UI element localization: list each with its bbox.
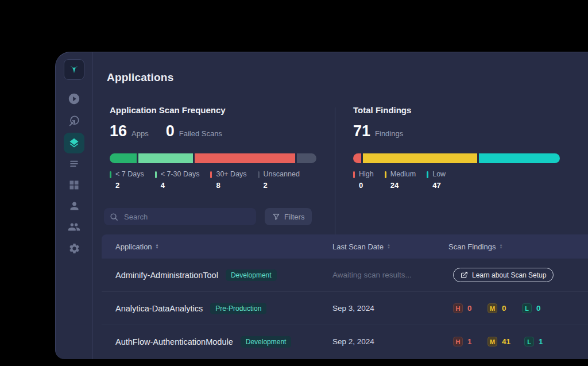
legend-tick — [385, 171, 386, 178]
high-count: 1 — [467, 337, 472, 346]
bar-segment-7to30 — [138, 153, 193, 163]
screen: Applications Application Scan Frequency … — [0, 0, 588, 366]
search-icon — [110, 213, 118, 221]
application-cell: AuthFlow-AuthenticationModule Developmen… — [102, 336, 332, 348]
sidebar-item-attack-path[interactable] — [67, 114, 81, 128]
funnel-icon — [272, 213, 280, 221]
last-scan-cell: Sep 2, 2024 — [332, 337, 448, 346]
environment-badge: Development — [226, 269, 277, 281]
play-circle-icon — [68, 93, 80, 105]
medium-severity-icon: M — [488, 303, 497, 313]
legend-value: 47 — [432, 181, 446, 190]
phoenix-logo-icon — [69, 64, 79, 75]
scan-findings-cell: Learn about Scan Setup — [448, 268, 588, 282]
legend-value: 4 — [161, 181, 200, 190]
bar-segment-under7 — [110, 153, 137, 163]
filters-button[interactable]: Filters — [265, 208, 312, 225]
column-header-application[interactable]: Application ▲▼ — [102, 242, 332, 251]
high-findings: H 1 — [453, 337, 474, 346]
page-title: Applications — [107, 71, 173, 84]
app-window: Applications Application Scan Frequency … — [55, 52, 588, 359]
sidebar-item-queue[interactable] — [67, 157, 81, 171]
external-link-icon — [461, 271, 468, 279]
legend-item: Low 47 — [427, 170, 446, 190]
legend-value: 2 — [115, 181, 144, 190]
sidebar-item-dashboard[interactable] — [67, 178, 81, 192]
column-header-scan-findings[interactable]: Scan Findings ▲▼ — [448, 242, 588, 251]
legend-label: Medium — [390, 170, 416, 178]
sort-icon[interactable]: ▲▼ — [387, 244, 390, 249]
environment-badge: Pre-Production — [210, 303, 266, 314]
legend-item: High 0 — [353, 170, 374, 190]
findings-label: Findings — [375, 129, 403, 138]
low-findings: L 1 — [524, 337, 545, 346]
low-count: 1 — [539, 337, 543, 346]
legend-label: < 7-30 Days — [161, 170, 200, 178]
legend-item: < 7 Days 2 — [110, 170, 144, 190]
sidebar-item-applications[interactable] — [64, 133, 84, 153]
high-findings: H 0 — [453, 303, 474, 313]
bar-segment-unscanned — [297, 153, 316, 163]
sort-icon[interactable]: ▲▼ — [156, 244, 159, 249]
legend-label: Unscanned — [264, 170, 300, 178]
scan-findings-cell: H 0 M 0 L 0 — [448, 303, 588, 313]
sidebar-item-user[interactable] — [67, 199, 81, 213]
column-header-last-scan-date[interactable]: Last Scan Date ▲▼ — [332, 242, 448, 251]
legend-item: Medium 24 — [385, 170, 416, 190]
table-header: Application ▲▼ Last Scan Date ▲▼ Scan Fi… — [102, 234, 588, 259]
filters-label: Filters — [284, 213, 304, 221]
legend-item: Unscanned 2 — [258, 170, 300, 190]
learn-scan-setup-button[interactable]: Learn about Scan Setup — [453, 268, 554, 282]
legend-item: 30+ Days 8 — [210, 170, 246, 190]
failed-scans-count: 0 — [166, 122, 175, 140]
gear-icon — [68, 242, 80, 255]
total-findings-section: Total Findings 71 Findings High — [353, 105, 560, 237]
legend-label: High — [359, 170, 374, 178]
table-row[interactable]: Adminify-AdministrationTool Development … — [102, 259, 588, 292]
high-severity-icon: H — [453, 337, 463, 346]
findings-count: 71 — [353, 122, 370, 140]
table-row[interactable]: AuthFlow-AuthenticationModule Developmen… — [102, 325, 588, 358]
table-row[interactable]: Analytica-DataAnalytics Pre-Production S… — [102, 292, 588, 325]
low-severity-icon: L — [522, 303, 532, 313]
medium-count: 0 — [502, 304, 506, 313]
brand-logo — [64, 59, 84, 80]
last-scan-cell: Sep 3, 2024 — [332, 304, 448, 313]
legend-item: < 7-30 Days 4 — [155, 170, 200, 190]
scan-frequency-bar — [110, 153, 316, 163]
medium-findings: M 0 — [488, 303, 508, 313]
legend-value: 24 — [390, 181, 416, 190]
application-cell: Analytica-DataAnalytics Pre-Production — [102, 303, 332, 314]
menu-lines-icon — [68, 158, 80, 169]
legend-label: < 7 Days — [115, 170, 144, 178]
section-divider — [335, 107, 335, 237]
bar-segment-30plus — [195, 153, 295, 163]
legend-label: 30+ Days — [216, 170, 246, 178]
high-severity-icon: H — [453, 303, 463, 313]
application-name: Adminify-AdministrationTool — [115, 271, 218, 280]
main-content: Applications Application Scan Frequency … — [92, 52, 588, 359]
legend-value: 8 — [216, 181, 246, 190]
medium-severity-icon: M — [488, 337, 497, 346]
search-box[interactable] — [104, 208, 256, 225]
sidebar-item-team[interactable] — [67, 220, 81, 234]
last-scan-cell: Awaiting scan results... — [332, 271, 448, 279]
total-findings-title: Total Findings — [353, 105, 560, 115]
grid-icon — [68, 179, 80, 191]
legend-tick — [210, 171, 212, 178]
bar-segment-medium — [363, 153, 477, 163]
low-count: 0 — [536, 304, 541, 313]
high-count: 0 — [467, 304, 472, 313]
legend-tick — [258, 171, 260, 178]
search-input[interactable] — [123, 212, 250, 222]
legend-tick — [353, 171, 355, 178]
scan-frequency-title: Application Scan Frequency — [110, 105, 316, 115]
legend-value: 0 — [359, 181, 374, 190]
total-findings-bar — [353, 153, 560, 163]
toolbar: Filters — [104, 208, 312, 225]
sidebar-item-settings[interactable] — [67, 241, 81, 255]
apps-count: 16 — [110, 122, 127, 140]
sidebar-item-play[interactable] — [67, 92, 81, 106]
user-icon — [68, 200, 80, 212]
sort-icon[interactable]: ▲▼ — [499, 244, 502, 249]
